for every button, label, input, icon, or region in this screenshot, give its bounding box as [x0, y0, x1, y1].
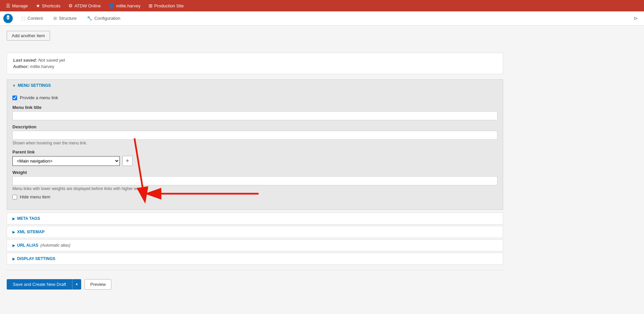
hide-menu-item-row: Hide menu item	[12, 194, 497, 199]
parent-link-row: Parent link <Main navigation><Home>-- Ab…	[12, 149, 497, 166]
provide-menu-link-row: Provide a menu link	[12, 95, 497, 100]
save-create-draft-button[interactable]: Save and Create New Draft	[7, 279, 72, 290]
parent-link-label: Parent link	[12, 149, 497, 154]
parent-link-plus-button[interactable]: +	[122, 156, 132, 166]
url-alias-section: ▶ URL ALIAS (Automatic alias)	[7, 239, 503, 251]
star-icon: ★	[36, 3, 40, 8]
footer-divider	[7, 270, 503, 270]
page-content: Add another item Last saved: Not saved y…	[0, 25, 510, 296]
parent-link-select[interactable]: <Main navigation><Home>-- About-- Contac…	[12, 156, 120, 166]
hide-menu-item-checkbox[interactable]	[12, 195, 17, 199]
url-alias-header[interactable]: ▶ URL ALIAS (Automatic alias)	[7, 240, 503, 251]
description-row: Description Shown when hovering over the…	[12, 124, 497, 145]
configuration-icon: 🔧	[87, 16, 92, 21]
url-alias-arrow-icon: ▶	[12, 244, 15, 247]
drupal-logo	[3, 13, 13, 24]
xml-sitemap-arrow-icon: ▶	[12, 230, 15, 234]
external-link-icon: ⊞	[149, 3, 153, 8]
shortcuts-menu[interactable]: ★ Shortcuts	[33, 0, 64, 11]
user-menu[interactable]: 👤 millie.harvey	[105, 0, 144, 11]
svg-point-1	[7, 17, 8, 18]
weight-label: Weight	[12, 170, 497, 175]
weight-row: Weight 0 Menu links with lower weights a…	[12, 170, 497, 191]
description-hint: Shown when hovering over the menu link.	[12, 141, 497, 145]
menu-settings-header[interactable]: ▼ MENU SETTINGS	[7, 80, 503, 91]
xml-sitemap-section: ▶ XML SITEMAP	[7, 226, 503, 238]
nav-expand-btn[interactable]: ⊳	[630, 15, 641, 21]
display-settings-arrow-icon: ▶	[12, 257, 15, 261]
structure-icon: ⊞	[53, 16, 57, 21]
menu-link-title-input[interactable]	[12, 111, 497, 120]
hide-menu-item-label[interactable]: Hide menu item	[20, 194, 50, 199]
production-site-menu[interactable]: ⊞ Production Site	[145, 0, 187, 11]
weight-hint: Menu links with lower weights are displa…	[12, 186, 497, 191]
admin-bar: ☰ Manage ★ Shortcuts ⚙ ATDW Online 👤 mil…	[0, 0, 644, 11]
save-button-group: Save and Create New Draft ▾	[7, 279, 81, 290]
meta-tags-arrow-icon: ▶	[12, 217, 15, 221]
display-settings-header[interactable]: ▶ DISPLAY SETTINGS	[7, 253, 503, 264]
menu-settings-section: ▼ MENU SETTINGS Provide a menu link Menu…	[7, 79, 503, 210]
content-tab[interactable]: ⬚ Content	[17, 11, 48, 25]
manage-menu[interactable]: ☰ Manage	[3, 0, 31, 11]
structure-tab[interactable]: ⊞ Structure	[49, 11, 82, 25]
meta-tags-section: ▶ META TAGS	[7, 212, 503, 225]
hamburger-icon: ☰	[6, 3, 10, 8]
author-row: Author: millie.harvey	[13, 64, 497, 69]
menu-link-title-row: Menu link title	[12, 105, 497, 120]
description-input[interactable]	[12, 131, 497, 140]
svg-point-2	[8, 17, 9, 18]
configuration-tab[interactable]: 🔧 Configuration	[82, 11, 125, 25]
description-label: Description	[12, 124, 497, 129]
provide-menu-link-checkbox[interactable]	[12, 96, 17, 100]
display-settings-section: ▶ DISPLAY SETTINGS	[7, 253, 503, 265]
add-another-item-button[interactable]: Add another item	[7, 31, 50, 41]
secondary-nav: ⬚ Content ⊞ Structure 🔧 Configuration ⊳	[0, 11, 644, 25]
atdw-menu[interactable]: ⚙ ATDW Online	[65, 0, 104, 11]
weight-input[interactable]: 0	[12, 176, 497, 185]
content-icon: ⬚	[21, 16, 25, 21]
last-saved-row: Last saved: Not saved yet	[13, 58, 497, 63]
preview-button[interactable]: Preview	[85, 279, 111, 290]
provide-menu-link-label[interactable]: Provide a menu link	[20, 95, 58, 100]
collapse-arrow-icon: ▼	[12, 84, 16, 87]
meta-section: Last saved: Not saved yet Author: millie…	[7, 53, 503, 74]
user-icon: 👤	[109, 3, 114, 8]
parent-link-controls: <Main navigation><Home>-- About-- Contac…	[12, 156, 497, 166]
url-alias-auto-label: (Automatic alias)	[40, 243, 70, 248]
save-dropdown-button[interactable]: ▾	[72, 279, 81, 290]
meta-tags-header[interactable]: ▶ META TAGS	[7, 213, 503, 224]
menu-link-title-label: Menu link title	[12, 105, 497, 110]
xml-sitemap-header[interactable]: ▶ XML SITEMAP	[7, 226, 503, 238]
menu-settings-body: Provide a menu link Menu link title Desc…	[7, 91, 503, 209]
footer-buttons: Save and Create New Draft ▾ Preview	[7, 276, 503, 293]
gear-icon: ⚙	[68, 3, 73, 8]
